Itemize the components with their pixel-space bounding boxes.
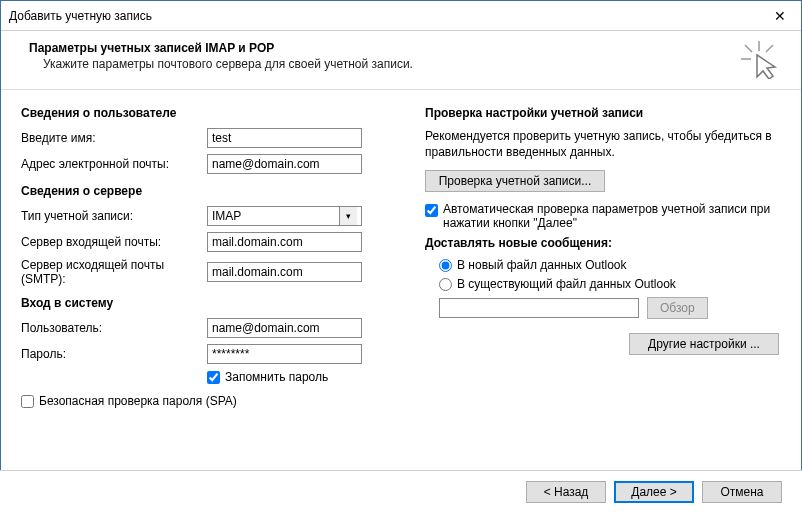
test-settings-heading: Проверка настройки учетной записи	[425, 106, 781, 120]
account-type-label: Тип учетной записи:	[21, 209, 207, 223]
dialog-content: Сведения о пользователе Введите имя: Адр…	[1, 90, 801, 422]
name-input[interactable]	[207, 128, 362, 148]
outgoing-server-input[interactable]	[207, 262, 362, 282]
svg-line-2	[745, 45, 752, 52]
login-section-title: Вход в систему	[21, 296, 401, 310]
auto-test-checkbox[interactable]	[425, 204, 438, 217]
name-label: Введите имя:	[21, 131, 207, 145]
username-label: Пользователь:	[21, 321, 207, 335]
radio-new-pst-label: В новый файл данных Outlook	[457, 258, 627, 272]
left-column: Сведения о пользователе Введите имя: Адр…	[21, 102, 401, 414]
password-input[interactable]	[207, 344, 362, 364]
server-info-section-title: Сведения о сервере	[21, 184, 401, 198]
dialog-subheading: Укажите параметры почтового сервера для …	[29, 57, 781, 71]
pst-path-input[interactable]	[439, 298, 639, 318]
password-label: Пароль:	[21, 347, 207, 361]
next-button[interactable]: Далее >	[614, 481, 694, 503]
username-input[interactable]	[207, 318, 362, 338]
svg-line-3	[766, 45, 773, 52]
dialog-footer: < Назад Далее > Отмена	[0, 470, 802, 513]
wizard-cursor-icon	[739, 39, 779, 79]
deliver-heading: Доставлять новые сообщения:	[425, 236, 781, 250]
window-title: Добавить учетную запись	[9, 9, 152, 23]
user-info-section-title: Сведения о пользователе	[21, 106, 401, 120]
titlebar: Добавить учетную запись ✕	[1, 1, 801, 31]
incoming-server-input[interactable]	[207, 232, 362, 252]
chevron-down-icon: ▾	[339, 207, 357, 225]
close-button[interactable]: ✕	[759, 1, 801, 31]
account-type-value: IMAP	[212, 209, 241, 223]
auto-test-label: Автоматическая проверка параметров учетн…	[443, 202, 781, 230]
test-account-button[interactable]: Проверка учетной записи...	[425, 170, 605, 192]
back-button[interactable]: < Назад	[526, 481, 606, 503]
incoming-server-label: Сервер входящей почты:	[21, 235, 207, 249]
email-input[interactable]	[207, 154, 362, 174]
browse-button[interactable]: Обзор	[647, 297, 708, 319]
more-settings-button[interactable]: Другие настройки ...	[629, 333, 779, 355]
cancel-button[interactable]: Отмена	[702, 481, 782, 503]
dialog-header: Параметры учетных записей IMAP и POP Ука…	[1, 31, 801, 90]
remember-password-label: Запомнить пароль	[225, 370, 328, 384]
outgoing-server-label: Сервер исходящей почты (SMTP):	[21, 258, 207, 286]
email-label: Адрес электронной почты:	[21, 157, 207, 171]
test-settings-desc: Рекомендуется проверить учетную запись, …	[425, 128, 781, 160]
account-type-select[interactable]: IMAP ▾	[207, 206, 362, 226]
close-icon: ✕	[774, 8, 786, 24]
right-column: Проверка настройки учетной записи Рекоме…	[425, 102, 781, 414]
spa-checkbox[interactable]	[21, 395, 34, 408]
radio-existing-pst[interactable]	[439, 278, 452, 291]
spa-label: Безопасная проверка пароля (SPA)	[39, 394, 237, 408]
radio-existing-pst-label: В существующий файл данных Outlook	[457, 277, 676, 291]
radio-new-pst[interactable]	[439, 259, 452, 272]
remember-password-checkbox[interactable]	[207, 371, 220, 384]
dialog-heading: Параметры учетных записей IMAP и POP	[29, 41, 781, 55]
